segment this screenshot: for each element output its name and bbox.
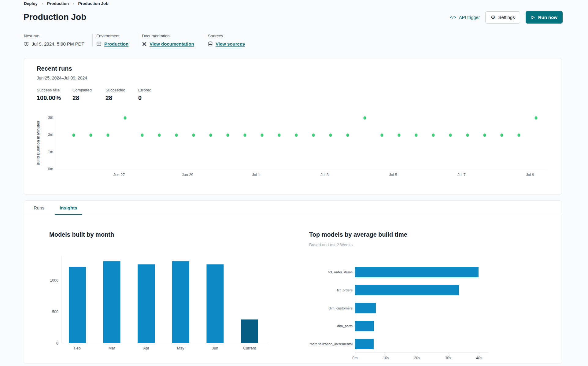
environment-icon	[96, 41, 102, 46]
svg-text:1000: 1000	[50, 278, 58, 283]
divider	[138, 34, 138, 46]
stat-success-rate: Success rate 100.00%	[37, 88, 72, 102]
top-models-title: Top models by average build time	[309, 231, 407, 238]
tab-insights[interactable]: Insights	[55, 201, 82, 215]
alarm-clock-icon	[24, 41, 29, 46]
build-duration-scatter-chart: 0m1m2m3mBuild Duration in MinutesJun 27J…	[24, 113, 562, 185]
top-models-chart: 0m10s20s30s40sfct_order_itemsfct_ordersd…	[299, 250, 562, 363]
page-title: Production Job	[24, 12, 86, 22]
svg-text:May: May	[177, 346, 184, 350]
environment-link[interactable]: Production	[104, 41, 128, 46]
api-trigger-link[interactable]: </> API trigger	[450, 15, 480, 20]
tab-bar: Runs Insights	[24, 201, 562, 215]
recent-runs-card: Recent runs Jun 25, 2024–Jul 09, 2024 Su…	[24, 58, 562, 195]
next-run-label: Next run	[24, 34, 89, 38]
svg-text:Jul 9: Jul 9	[526, 173, 534, 177]
breadcrumb-item-deploy[interactable]: Deploy	[24, 1, 38, 6]
recent-runs-stats: Success rate 100.00% Completed 28 Succee…	[37, 88, 151, 102]
breadcrumb: Deploy › Production › Production Job	[24, 1, 109, 6]
stat-value: 28	[72, 94, 105, 102]
database-icon	[208, 41, 213, 46]
api-trigger-label: API trigger	[459, 15, 480, 20]
meta-documentation: Documentation View documentation	[142, 34, 200, 46]
job-meta-row: Next run Jul 9, 2024, 5:00 PM PDT Enviro…	[24, 34, 245, 46]
svg-text:Jul 5: Jul 5	[389, 173, 397, 177]
svg-text:fct_orders: fct_orders	[337, 288, 353, 292]
svg-text:Mar: Mar	[109, 346, 115, 350]
stat-label: Success rate	[37, 88, 72, 92]
documentation-label: Documentation	[142, 34, 200, 38]
gear-icon: ⚙	[490, 15, 495, 20]
svg-text:Jun: Jun	[212, 346, 218, 350]
svg-text:30s: 30s	[445, 356, 451, 360]
svg-text:10s: 10s	[383, 356, 389, 360]
run-now-button[interactable]: Run now	[526, 11, 563, 24]
breadcrumb-item-current: Production Job	[78, 1, 109, 6]
svg-text:Jul 3: Jul 3	[320, 173, 328, 177]
job-detail-card: Runs Insights Models built by month Top …	[24, 200, 562, 364]
svg-text:Build Duration in Minutes: Build Duration in Minutes	[36, 121, 40, 165]
stat-value: 100.00%	[37, 94, 72, 102]
svg-text:20s: 20s	[414, 356, 420, 360]
play-icon	[531, 15, 535, 20]
top-models-subtitle: Based on Last 2 Weeks	[309, 242, 353, 247]
chevron-right-icon: ›	[73, 1, 74, 6]
models-by-month-title: Models built by month	[49, 231, 114, 238]
view-sources-link[interactable]: View sources	[216, 41, 245, 46]
stat-value: 28	[105, 94, 138, 102]
breadcrumb-item-production[interactable]: Production	[47, 1, 69, 6]
svg-text:Feb: Feb	[74, 346, 81, 350]
code-icon: </>	[450, 15, 457, 20]
svg-text:Jul 1: Jul 1	[252, 173, 260, 177]
settings-label: Settings	[498, 15, 515, 20]
page: Deploy › Production › Production Job Pro…	[0, 0, 588, 366]
run-now-label: Run now	[538, 15, 557, 20]
models-by-month-chart: 05001000FebMarAprMayJunCurrent	[24, 250, 293, 357]
divider	[204, 34, 204, 46]
next-run-value: Jul 9, 2024, 5:00 PM PDT	[32, 41, 84, 46]
stat-label: Completed	[72, 88, 105, 92]
meta-next-run: Next run Jul 9, 2024, 5:00 PM PDT	[24, 34, 89, 46]
svg-text:dim_customers: dim_customers	[329, 306, 353, 310]
svg-text:1m: 1m	[48, 150, 53, 154]
settings-button[interactable]: ⚙ Settings	[485, 11, 520, 24]
dbt-docs-icon	[142, 42, 147, 46]
svg-text:Jun 27: Jun 27	[113, 173, 125, 177]
stat-label: Succeeded	[105, 88, 138, 92]
meta-sources: Sources View sources	[208, 34, 245, 46]
svg-text:3m: 3m	[48, 115, 53, 120]
environment-label: Environment	[96, 34, 134, 38]
svg-text:500: 500	[52, 310, 58, 314]
stat-label: Errored	[138, 88, 151, 92]
svg-text:40s: 40s	[476, 356, 482, 360]
svg-text:Jul 7: Jul 7	[457, 173, 465, 177]
tab-runs[interactable]: Runs	[29, 201, 49, 215]
stat-errored: Errored 0	[138, 88, 151, 102]
svg-text:dim_parts: dim_parts	[337, 324, 353, 328]
sources-label: Sources	[208, 34, 245, 38]
svg-text:materialization_incremental: materialization_incremental	[310, 342, 353, 346]
stat-succeeded: Succeeded 28	[105, 88, 138, 102]
header-actions: </> API trigger ⚙ Settings Run now	[450, 11, 563, 24]
svg-text:2m: 2m	[48, 132, 53, 137]
svg-text:0m: 0m	[352, 356, 357, 360]
stat-completed: Completed 28	[72, 88, 105, 102]
meta-environment: Environment Production	[96, 34, 134, 46]
svg-text:fct_order_items: fct_order_items	[328, 270, 353, 274]
recent-runs-date-range: Jun 25, 2024–Jul 09, 2024	[37, 76, 87, 80]
svg-text:Current: Current	[243, 346, 256, 350]
view-documentation-link[interactable]: View documentation	[150, 41, 194, 46]
svg-text:Apr: Apr	[143, 346, 149, 350]
divider	[92, 34, 93, 46]
chevron-right-icon: ›	[42, 1, 43, 6]
svg-text:Jun 29: Jun 29	[182, 173, 194, 177]
stat-value: 0	[138, 94, 151, 102]
svg-text:0m: 0m	[48, 167, 53, 171]
recent-runs-title: Recent runs	[37, 65, 72, 72]
svg-text:0: 0	[56, 341, 58, 346]
